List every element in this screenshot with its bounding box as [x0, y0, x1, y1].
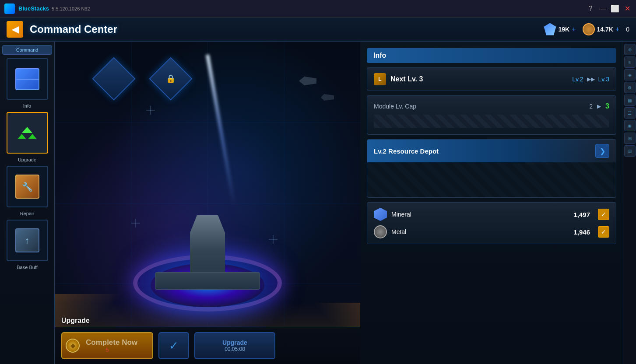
- diamond-building-2: 🔒: [155, 63, 186, 94]
- next-level: Lv.3: [598, 76, 609, 83]
- back-button[interactable]: ◀: [7, 21, 23, 38]
- level-badge: L: [374, 73, 386, 85]
- lock-icon: 🔒: [166, 74, 176, 84]
- level-card: L Next Lv. 3 Lv.2 ▶▶ Lv.3: [367, 67, 616, 91]
- upgrade-timer: 00:05:00: [225, 346, 245, 352]
- depot-arrow-button[interactable]: ❯: [595, 144, 609, 158]
- main-content: Command Info Upgrade: [0, 42, 636, 364]
- scroll-item-3[interactable]: ◈: [624, 69, 636, 80]
- level-title: Next Lv. 3: [390, 75, 572, 83]
- depot-arrow-icon: ❯: [600, 147, 605, 155]
- header-resources: 19K + 14.7K + 0: [544, 23, 629, 35]
- complete-now-cost: 5: [106, 347, 109, 353]
- help-icon[interactable]: ?: [586, 4, 595, 13]
- mineral-checkmark: ✓: [601, 211, 606, 218]
- zero-count: 0: [626, 26, 629, 33]
- terrain-right: [308, 303, 360, 329]
- metal-row: Metal 1,946 ✓: [374, 225, 609, 238]
- token-count: 14.7K: [597, 26, 613, 33]
- mineral-row: Mineral 1,497 ✓: [374, 208, 609, 221]
- module-lv-cap-row: Module Lv. Cap 2 ▶ 3: [374, 102, 609, 110]
- upgrade-arrows-icon: [18, 127, 36, 139]
- mineral-amount: 1,497: [573, 211, 590, 218]
- game-header: ◀ Command Center 19K + 14.7K + 0: [0, 18, 636, 42]
- diamond-shape-1: [92, 57, 136, 101]
- sidebar-tab[interactable]: Command: [2, 45, 52, 55]
- sidebar-item-upgrade[interactable]: [7, 112, 48, 154]
- sidebar-item-command[interactable]: [7, 58, 48, 100]
- scroll-item-9[interactable]: ⊟: [624, 145, 636, 157]
- bg-ship-1: [299, 77, 316, 85]
- depot-header: Lv.2 Resource Depot ❯: [367, 140, 616, 162]
- sidebar-item-repair[interactable]: 🔧: [7, 166, 48, 207]
- resources-card: Mineral 1,497 ✓ Metal 1,946 ✓: [367, 202, 616, 244]
- current-level: Lv.2: [572, 76, 583, 83]
- upgrade-btn-label: Upgrade: [222, 339, 247, 346]
- back-arrow-icon: ◀: [12, 24, 18, 35]
- scroll-item-1[interactable]: ⊕: [624, 44, 636, 55]
- metal-name: Metal: [391, 228, 569, 235]
- close-icon[interactable]: ✕: [623, 4, 632, 13]
- complete-now-coin-icon: ◈: [66, 339, 80, 353]
- crate-icon: [15, 68, 39, 90]
- small-arrows-row: [18, 134, 36, 139]
- info-header-text: Info: [373, 52, 386, 59]
- scroll-item-4[interactable]: ⚙: [624, 82, 636, 93]
- token-plus-button[interactable]: +: [615, 25, 619, 33]
- scroll-item-2[interactable]: ≡: [624, 56, 636, 68]
- crystal-icon: [544, 23, 556, 35]
- level-progression: Lv.2 ▶▶ Lv.3: [572, 76, 609, 83]
- crystal-count: 19K: [558, 26, 569, 33]
- diamond-building-1: [98, 63, 129, 94]
- crystal-plus-button[interactable]: +: [572, 25, 576, 33]
- metal-check-badge: ✓: [598, 226, 609, 238]
- mineral-check-badge: ✓: [598, 209, 609, 220]
- command-center-base: [131, 189, 284, 312]
- maximize-icon[interactable]: ⬜: [611, 4, 619, 13]
- scroll-item-6[interactable]: ☰: [624, 107, 636, 119]
- ship-shape-1: [299, 77, 316, 85]
- scroll-item-7[interactable]: ◉: [624, 120, 636, 131]
- stats-card: Module Lv. Cap 2 ▶ 3: [367, 95, 616, 135]
- upgrade-section-label: Upgrade: [61, 317, 90, 325]
- basebuff-icon-container: ↑: [9, 222, 46, 259]
- mineral-icon: [374, 208, 387, 221]
- scroll-item-8[interactable]: ⊞: [624, 133, 636, 144]
- upgrade-timer-button[interactable]: Upgrade 00:05:00: [194, 332, 275, 359]
- diamond-shape-2: 🔒: [149, 57, 193, 101]
- bluestacks-logo: [4, 4, 15, 14]
- checkmark-button[interactable]: ✓: [158, 332, 189, 359]
- info-header: Info: [367, 48, 616, 63]
- right-panel: Info L Next Lv. 3 Lv.2 ▶▶ Lv.3 Module Lv…: [360, 42, 623, 364]
- sidebar-item-basebuff[interactable]: ↑: [7, 220, 48, 261]
- striped-bar: [374, 115, 609, 128]
- basebuff-icon: ↑: [15, 228, 39, 252]
- basebuff-label-sidebar: Base Buff: [2, 265, 52, 270]
- complete-now-button[interactable]: ◈ Complete Now 5: [61, 332, 153, 359]
- right-scrollbar: ⊕ ≡ ◈ ⚙ ▦ ☰ ◉ ⊞ ⊟: [623, 42, 636, 364]
- level-progression-arrow: ▶▶: [587, 76, 595, 82]
- resource-depot-card: Lv.2 Resource Depot ❯: [367, 139, 616, 198]
- title-bar: BlueStacks 5.5.120.1026 N32 ? — ⬜ ✕: [0, 0, 636, 18]
- module-lv-cap-label: Module Lv. Cap: [374, 103, 589, 110]
- module-lv-cap-current: 2: [589, 103, 593, 110]
- metal-amount: 1,946: [573, 228, 590, 236]
- token-resource: 14.7K +: [583, 23, 620, 35]
- depot-body: [367, 162, 616, 197]
- zero-resource: 0: [626, 26, 629, 33]
- arrow-up-small-left: [18, 134, 26, 139]
- metal-checkmark: ✓: [601, 228, 606, 235]
- complete-now-label: Complete Now: [86, 338, 137, 347]
- minimize-icon[interactable]: —: [598, 4, 607, 13]
- module-lv-cap-next: 3: [605, 102, 609, 110]
- bg-ship-2: [321, 94, 334, 101]
- scroll-item-5[interactable]: ▦: [624, 94, 636, 106]
- upgrade-icon-container: [9, 114, 46, 151]
- app-version: 5.5.120.1026 N32: [52, 6, 586, 11]
- game-viewport: 🔒 RISE OF S Upgrad: [55, 42, 360, 364]
- repair-label-sidebar: Repair: [2, 211, 52, 216]
- command-icon-container: [9, 60, 46, 98]
- module-lv-cap-arrow: ▶: [597, 103, 601, 109]
- arrow-up-small-right: [28, 134, 36, 139]
- page-title: Command Center: [30, 23, 544, 35]
